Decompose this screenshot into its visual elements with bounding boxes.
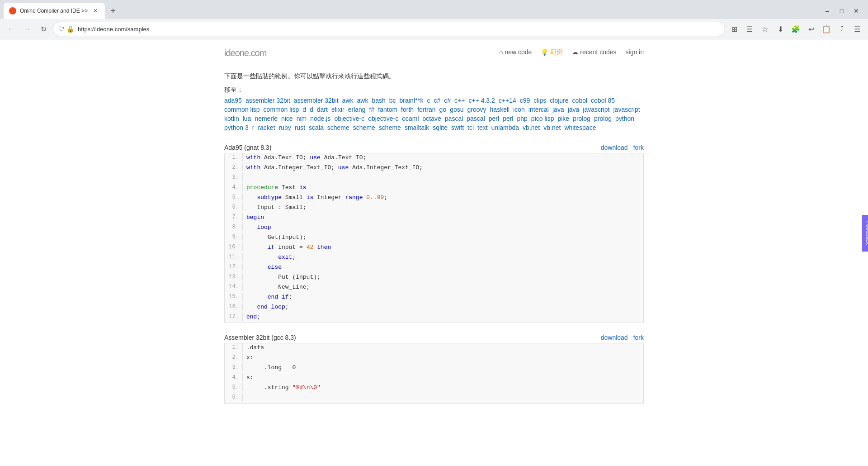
lang-link-scheme[interactable]: scheme	[353, 124, 375, 131]
clipboard-button[interactable]: 📋	[819, 22, 834, 36]
lang-link-ocaml[interactable]: ocaml	[402, 115, 419, 122]
lang-link-ada95[interactable]: ada95	[224, 97, 242, 104]
lang-link-c#[interactable]: c#	[434, 97, 440, 104]
lang-link-kotlin[interactable]: kotlin	[224, 115, 239, 122]
lang-link-brainf**k[interactable]: brainf**k	[400, 97, 424, 104]
lang-link-smalltalk[interactable]: smalltalk	[405, 124, 429, 131]
lang-link-text[interactable]: text	[477, 124, 488, 131]
back-button[interactable]: ←	[4, 22, 18, 36]
download-assembler-link[interactable]: download	[601, 334, 628, 341]
lang-link-prolog[interactable]: prolog	[594, 115, 612, 122]
lang-link-r[interactable]: r	[252, 124, 255, 131]
lang-link-prolog[interactable]: prolog	[573, 115, 590, 122]
lang-link-common-lisp[interactable]: common lisp	[264, 106, 299, 113]
lang-link-forth[interactable]: forth	[401, 106, 414, 113]
lang-link-nice[interactable]: nice	[281, 115, 293, 122]
lang-link-scheme[interactable]: scheme	[327, 124, 349, 131]
lang-link-ruby[interactable]: ruby	[279, 124, 291, 131]
lang-link-perl[interactable]: perl	[489, 115, 499, 122]
lang-link-scala[interactable]: scala	[309, 124, 324, 131]
lang-link-perl[interactable]: perl	[503, 115, 513, 122]
lang-link-c++[interactable]: c++	[454, 97, 465, 104]
lang-link-objective-c[interactable]: objective-c	[334, 115, 364, 122]
fork-assembler-link[interactable]: fork	[633, 334, 644, 341]
puzzle-button[interactable]: 🧩	[788, 22, 803, 36]
lang-link-haskell[interactable]: haskell	[490, 106, 510, 113]
lang-link-vb.net[interactable]: vb.net	[543, 124, 561, 131]
lang-link-nemerle[interactable]: nemerle	[255, 115, 278, 122]
lang-link-cobol-85[interactable]: cobol 85	[591, 97, 615, 104]
lang-link-d[interactable]: d	[310, 106, 313, 113]
lang-link-d[interactable]: d	[302, 106, 306, 113]
lang-link-sqlite[interactable]: sqlite	[433, 124, 448, 131]
lang-link-go[interactable]: go	[439, 106, 447, 113]
minimize-button[interactable]: –	[821, 5, 834, 17]
lang-link-nim[interactable]: nim	[297, 115, 307, 122]
lang-link-c[interactable]: c	[427, 97, 430, 104]
lang-link-unlambda[interactable]: unlambda	[491, 124, 519, 131]
lang-link-node.js[interactable]: node.js	[310, 115, 330, 122]
lang-link-octave[interactable]: octave	[423, 115, 441, 122]
feedback-tab[interactable]: Feedback	[862, 215, 868, 252]
lang-link-f#[interactable]: f#	[369, 106, 375, 113]
lang-link-icon[interactable]: icon	[513, 106, 525, 113]
lang-link-php[interactable]: php	[517, 115, 527, 122]
lang-link-whitespace[interactable]: whitespace	[564, 124, 596, 131]
nav-recent-codes[interactable]: ☁ recent codes	[572, 48, 616, 56]
lang-link-fantom[interactable]: fantom	[378, 106, 397, 113]
back2-button[interactable]: ↩	[804, 22, 818, 36]
lang-link-racket[interactable]: racket	[258, 124, 275, 131]
browser-tab[interactable]: Online Compiler and IDE >> ✕	[4, 3, 105, 19]
lang-link-awk[interactable]: awk	[342, 97, 354, 104]
lang-link-clips[interactable]: clips	[533, 97, 546, 104]
lang-link-gosu[interactable]: gosu	[450, 106, 463, 113]
lang-link-objective-c[interactable]: objective-c	[368, 115, 398, 122]
lang-link-elixir[interactable]: elixir	[331, 106, 344, 113]
reader-button[interactable]: ☰	[742, 22, 757, 36]
share-button[interactable]: ⤴	[835, 22, 849, 36]
tab-close-button[interactable]: ✕	[91, 7, 99, 15]
lang-link-pascal[interactable]: pascal	[467, 115, 485, 122]
menu-button[interactable]: ☰	[850, 22, 864, 36]
lang-link-dart[interactable]: dart	[317, 106, 328, 113]
lang-link-erlang[interactable]: erlang	[348, 106, 366, 113]
lang-link-bash[interactable]: bash	[372, 97, 385, 104]
address-bar[interactable]: 🛡 🔒 https://ideone.com/samples	[52, 22, 725, 36]
lang-link-scheme[interactable]: scheme	[379, 124, 401, 131]
lang-link-java[interactable]: java	[552, 106, 564, 113]
lang-link-lua[interactable]: lua	[243, 115, 251, 122]
lang-link-javascript[interactable]: javascript	[583, 106, 609, 113]
lang-link-cobol[interactable]: cobol	[572, 97, 587, 104]
lang-link-assembler-32bit[interactable]: assembler 32bit	[294, 97, 339, 104]
star-button[interactable]: ☆	[758, 22, 772, 36]
nav-sign-in[interactable]: sign in	[626, 48, 644, 56]
lang-link-fortran[interactable]: fortran	[417, 106, 435, 113]
lang-link-tcl[interactable]: tcl	[467, 124, 474, 131]
lang-link-pike[interactable]: pike	[557, 115, 569, 122]
lang-link-pico-lisp[interactable]: pico lisp	[531, 115, 554, 122]
fork-ada95-link[interactable]: fork	[633, 144, 644, 151]
lang-link-c#[interactable]: c#	[444, 97, 451, 104]
lang-link-c++14[interactable]: c++14	[499, 97, 516, 104]
lang-link-common-lisp[interactable]: common lisp	[224, 106, 260, 113]
nav-examples[interactable]: 💡 範例	[541, 48, 563, 56]
forward-button[interactable]: →	[20, 22, 34, 36]
lang-link-assembler-32bit[interactable]: assembler 32bit	[245, 97, 290, 104]
lang-link-intercal[interactable]: intercal	[528, 106, 549, 113]
lang-link-vb.net[interactable]: vb.net	[523, 124, 540, 131]
lang-link-python[interactable]: python	[615, 115, 634, 122]
new-tab-button[interactable]: +	[107, 5, 119, 17]
nav-new-code[interactable]: ⌂ new code	[499, 48, 532, 56]
download-button[interactable]: ⬇	[773, 22, 788, 36]
lang-link-groovy[interactable]: groovy	[467, 106, 486, 113]
lang-link-rust[interactable]: rust	[295, 124, 305, 131]
lang-link-java[interactable]: java	[568, 106, 580, 113]
maximize-button[interactable]: □	[835, 5, 848, 17]
extensions-button[interactable]: ⊞	[727, 22, 741, 36]
lang-link-awk[interactable]: awk	[357, 97, 368, 104]
lang-link-pascal[interactable]: pascal	[445, 115, 463, 122]
lang-link-swift[interactable]: swift	[451, 124, 464, 131]
lang-link-bc[interactable]: bc	[389, 97, 396, 104]
lang-link-c99[interactable]: c99	[520, 97, 530, 104]
close-button[interactable]: ✕	[850, 5, 863, 17]
